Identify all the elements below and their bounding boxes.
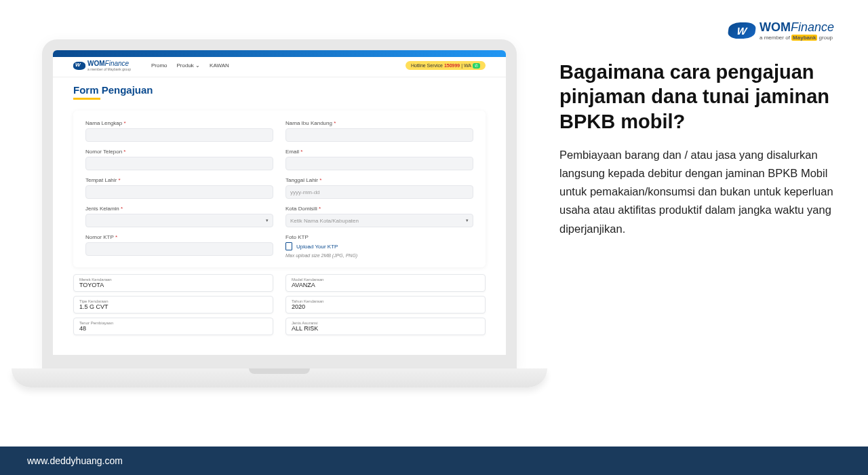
app-screenshot: WOMFinance a member of Maybank group Pro… xyxy=(53,50,506,355)
brand-logo: WOMFinance a member of Maybank group xyxy=(728,20,834,41)
laptop-mockup: WOMFinance a member of Maybank group Pro… xyxy=(42,39,547,387)
telepon-input[interactable] xyxy=(85,157,273,170)
nama-ibu-input[interactable] xyxy=(285,128,473,142)
field-telepon: Nomor Telepon * xyxy=(85,149,273,170)
nav-item-kawan[interactable]: KAWAN xyxy=(210,62,229,69)
article-body: Pembiayaan barang dan / atau jasa yang d… xyxy=(559,146,834,238)
tanggal-lahir-input[interactable]: yyyy-mm-dd xyxy=(285,185,473,199)
upload-hint: Max upload size 2MB (JPG, PNG) xyxy=(285,253,473,258)
article-block: Bagaimana cara pengajuan pinjaman dana t… xyxy=(559,60,834,238)
field-foto-ktp: Foto KTP Upload Your KTP Max upload size… xyxy=(285,234,473,258)
upload-ktp-button[interactable]: Upload Your KTP xyxy=(285,242,473,250)
nama-lengkap-input[interactable] xyxy=(85,128,273,142)
hotline-badge[interactable]: Hotline Service 150999 | WA✆ xyxy=(406,61,486,70)
nav-menu: Promo Produk ⌄ KAWAN xyxy=(151,62,229,69)
app-navbar: WOMFinance a member of Maybank group Pro… xyxy=(53,57,506,77)
field-asuransi[interactable]: Jenis AsuransiALL RISK xyxy=(285,318,486,335)
chevron-down-icon: ▾ xyxy=(266,218,269,223)
field-tipe[interactable]: Tipe Kendaraan1.5 G CVT xyxy=(73,296,273,314)
field-merek[interactable]: Merek KendaraanTOYOTA xyxy=(73,274,273,292)
form-card: Nama Lengkap * Nama Ibu Kandung * Nomor … xyxy=(73,111,486,267)
whatsapp-icon: ✆ xyxy=(473,63,480,69)
article-title: Bagaimana cara pengajuan pinjaman dana t… xyxy=(559,60,834,134)
field-nama-ibu: Nama Ibu Kandung * xyxy=(285,120,473,142)
document-icon xyxy=(285,242,292,250)
ktp-input[interactable] xyxy=(85,242,273,256)
chevron-down-icon: ▾ xyxy=(466,218,469,223)
tempat-lahir-input[interactable] xyxy=(85,185,273,199)
footer-bar: www.deddyhuang.com xyxy=(0,446,868,475)
field-jenis-kelamin: Jenis Kelamin * ▾ xyxy=(85,206,273,227)
field-kota: Kota Domisili * Ketik Nama Kota/Kabupate… xyxy=(285,206,473,227)
kota-select[interactable]: Ketik Nama Kota/Kabupaten▾ xyxy=(285,214,473,227)
brand-name: WOMFinance xyxy=(760,20,834,35)
app-logo: WOMFinance a member of Maybank group xyxy=(73,60,131,71)
field-tempat-lahir: Tempat Lahir * xyxy=(85,177,273,199)
vehicle-details: Merek KendaraanTOYOTA Model KendaraanAVA… xyxy=(73,274,486,335)
form-title: Form Pengajuan xyxy=(53,77,174,98)
field-tahun[interactable]: Tahun Kendaraan2020 xyxy=(285,296,486,314)
field-model[interactable]: Model KendaraanAVANZA xyxy=(285,274,486,292)
laptop-base xyxy=(12,368,547,387)
app-logo-mark-icon xyxy=(73,62,85,70)
field-tenor[interactable]: Tenor Pembiayaan48 xyxy=(73,318,273,335)
footer-url: www.deddyhuang.com xyxy=(27,455,123,466)
field-ktp: Nomor KTP * xyxy=(85,234,273,258)
nav-item-promo[interactable]: Promo xyxy=(151,62,167,69)
logo-mark-icon xyxy=(727,22,756,39)
email-input[interactable] xyxy=(285,157,473,170)
field-nama-lengkap: Nama Lengkap * xyxy=(85,120,273,142)
jenis-kelamin-select[interactable]: ▾ xyxy=(85,214,273,227)
brand-tagline: a member of Maybank group xyxy=(760,35,834,41)
nav-item-produk[interactable]: Produk ⌄ xyxy=(177,62,201,69)
field-email: Email * xyxy=(285,149,473,170)
field-tanggal-lahir: Tanggal Lahir * yyyy-mm-dd xyxy=(285,177,473,199)
